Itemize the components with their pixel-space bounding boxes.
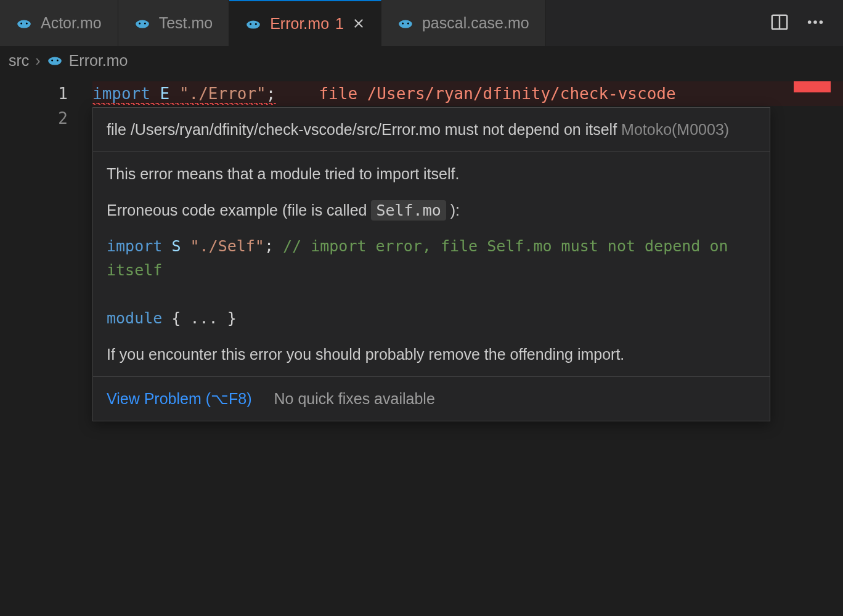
tab-error[interactable]: Error.mo 1 <box>229 0 381 46</box>
error-message-text: file /Users/ryan/dfinity/check-vscode/sr… <box>107 121 621 138</box>
string-literal: "./Error" <box>179 81 266 106</box>
svg-point-9 <box>399 20 412 28</box>
svg-point-0 <box>17 20 31 28</box>
identifier: E <box>160 81 170 106</box>
more-actions-icon[interactable] <box>806 13 825 34</box>
tab-label: pascal.case.mo <box>422 14 529 32</box>
overview-ruler-error[interactable] <box>794 81 831 92</box>
svg-point-16 <box>820 20 823 24</box>
breadcrumb-file: Error.mo <box>69 52 128 70</box>
breadcrumb-folder: src <box>9 52 29 70</box>
tab-label: Actor.mo <box>41 14 102 32</box>
inline-error-hint: file /Users/ryan/dfinity/check-vscode <box>319 81 675 106</box>
keyword-import: import <box>92 81 150 106</box>
line-number-gutter: 1 2 <box>0 74 92 616</box>
motoko-file-icon <box>245 16 261 32</box>
doc-paragraph: Erroneous code example (file is called S… <box>107 198 756 223</box>
svg-point-17 <box>48 57 62 65</box>
hover-widget: file /Users/ryan/dfinity/check-vscode/sr… <box>92 107 770 421</box>
svg-point-5 <box>144 22 145 24</box>
tab-pascal[interactable]: pascal.case.mo <box>381 0 546 46</box>
semicolon: ; <box>266 81 276 106</box>
tab-actor[interactable]: Actor.mo <box>0 0 118 46</box>
inline-code: Self.mo <box>371 200 446 221</box>
split-editor-icon[interactable] <box>770 13 789 34</box>
motoko-file-icon <box>397 15 413 31</box>
tab-actions <box>752 13 843 34</box>
svg-point-7 <box>250 23 251 25</box>
tab-test[interactable]: Test.mo <box>118 0 230 46</box>
svg-point-11 <box>407 22 409 24</box>
motoko-file-icon <box>47 52 63 68</box>
svg-point-14 <box>808 20 812 24</box>
doc-paragraph: This error means that a module tried to … <box>107 162 756 186</box>
svg-point-3 <box>136 20 149 28</box>
chevron-right-icon: › <box>35 52 40 70</box>
svg-point-1 <box>20 22 22 24</box>
svg-point-2 <box>26 22 28 24</box>
svg-point-8 <box>255 23 257 25</box>
hover-documentation: This error means that a module tried to … <box>93 152 770 377</box>
motoko-file-icon <box>16 15 32 31</box>
tab-bar: Actor.mo Test.mo Error.mo 1 pascal.case.… <box>0 0 843 47</box>
svg-point-15 <box>813 20 817 24</box>
motoko-file-icon <box>134 15 150 31</box>
svg-point-19 <box>56 59 58 61</box>
code-line-1[interactable]: import E "./Error"; file /Users/ryan/dfi… <box>92 81 843 106</box>
hover-error-message: file /Users/ryan/dfinity/check-vscode/sr… <box>93 108 770 152</box>
error-squiggle <box>92 103 276 105</box>
error-source: Motoko(M0003) <box>621 121 729 138</box>
tab-label: Test.mo <box>159 14 213 32</box>
code-example: import S "./Self"; // import error, file… <box>107 235 756 330</box>
line-number: 1 <box>0 81 68 106</box>
svg-point-18 <box>51 59 53 61</box>
line-number: 2 <box>0 106 68 131</box>
hover-actions: View Problem (⌥F8) No quick fixes availa… <box>93 377 770 421</box>
error-count-badge: 1 <box>335 15 344 33</box>
no-quick-fixes-label: No quick fixes available <box>274 387 435 411</box>
breadcrumb[interactable]: src › Error.mo <box>0 47 843 74</box>
doc-paragraph: If you encounter this error you should p… <box>107 342 756 367</box>
close-icon[interactable] <box>352 14 365 34</box>
tab-label: Error.mo <box>270 15 329 33</box>
view-problem-link[interactable]: View Problem (⌥F8) <box>107 387 252 411</box>
svg-point-6 <box>246 20 260 28</box>
svg-point-4 <box>139 22 140 24</box>
svg-point-10 <box>402 22 404 24</box>
